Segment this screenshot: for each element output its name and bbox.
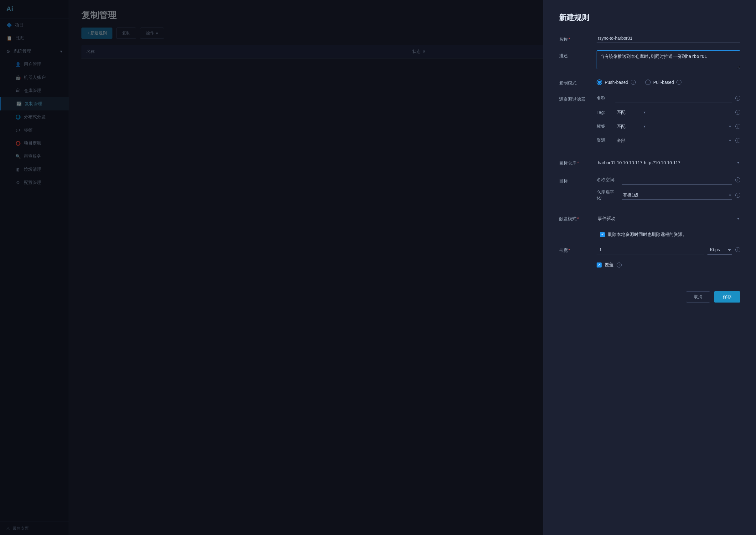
save-button[interactable]: 保存 (714, 291, 741, 302)
filter-source-info-icon[interactable]: i (735, 138, 741, 143)
delete-checkbox[interactable] (600, 232, 605, 237)
filter-name-row: 名称: i (597, 94, 741, 103)
cancel-button[interactable]: 取消 (686, 291, 710, 302)
bandwidth-row: Kbps Mbps i (597, 245, 741, 255)
filter-labels-match-select[interactable]: 匹配 (616, 122, 647, 131)
bandwidth-input[interactable] (597, 245, 704, 254)
dest-flatten-wrapper: 替换1级 (622, 190, 732, 200)
mode-control: Push-based i Pull-based i (597, 78, 741, 85)
dest-registry-caret-icon: ▾ (737, 160, 739, 165)
form-row-filter: 源资源过滤器 名称: i Tag: 匹配 (559, 94, 741, 150)
filter-labels-match-wrapper: 匹配 (616, 122, 647, 131)
dest-registry-label: 目标仓库* (559, 158, 597, 166)
dest-namespace-label: 名称空间: (597, 177, 619, 183)
form-row-trigger: 触发模式* 事件驱动 ▾ (559, 213, 741, 224)
dest-registry-control: harbor01-10.10.10.117-http://10.10.10.11… (597, 158, 741, 168)
dest-namespace-input[interactable] (622, 176, 732, 184)
form-row-dest: 目标 名称空间: i 仓库扁平化: 替换1级 i (559, 176, 741, 206)
trigger-value: 事件驱动 (598, 216, 616, 221)
form-row-dest-registry: 目标仓库* harbor01-10.10.10.117-http://10.10… (559, 158, 741, 168)
override-control: 覆盖 i (597, 262, 741, 268)
trigger-dropdown[interactable]: 事件驱动 ▾ (597, 213, 741, 224)
trigger-control: 事件驱动 ▾ (597, 213, 741, 224)
radio-push[interactable]: Push-based i (597, 79, 636, 85)
dest-label: 目标 (559, 176, 597, 184)
radio-push-circle (597, 79, 602, 85)
name-input[interactable] (597, 34, 741, 43)
dest-namespace-row: 名称空间: i (597, 176, 741, 184)
filter-label: 源资源过滤器 (559, 94, 597, 103)
filter-name-label: 名称: (597, 96, 612, 101)
desc-label: 描述 (559, 50, 597, 59)
filter-labels-row: 标签: 匹配 i (597, 122, 741, 131)
override-checkbox[interactable] (597, 263, 602, 268)
form-row-bandwidth: 带宽* Kbps Mbps i (559, 245, 741, 255)
filter-name-info-icon[interactable]: i (735, 96, 741, 101)
trigger-label: 触发模式* (559, 213, 597, 222)
form-row-override: 覆盖 i (559, 262, 741, 268)
dest-namespace-info-icon[interactable]: i (735, 177, 741, 183)
filter-tag-row: Tag: 匹配 i (597, 108, 741, 117)
modal-title: 新建规则 (559, 13, 741, 22)
radio-pull-label: Pull-based (653, 80, 674, 85)
filter-labels-value-select[interactable] (650, 122, 732, 131)
filter-source-row: 资源: 全部 i (597, 136, 741, 145)
filter-tag-label: Tag: (597, 110, 612, 115)
dest-registry-dropdown[interactable]: harbor01-10.10.10.117-http://10.10.10.11… (597, 158, 741, 168)
filter-source-wrapper: 全部 (616, 136, 732, 145)
override-row: 覆盖 i (597, 262, 741, 268)
filter-labels-info-icon[interactable]: i (735, 124, 741, 129)
filter-tag-value-input[interactable] (650, 108, 732, 117)
override-label: 覆盖 (605, 262, 614, 268)
push-info-icon[interactable]: i (631, 80, 636, 85)
dest-section: 名称空间: i 仓库扁平化: 替换1级 i (597, 176, 741, 206)
desc-control: 当有镜像推送到本仓库时,则同时推送一份到harbor01 (597, 50, 741, 70)
delete-checkbox-label: 删除本地资源时同时也删除远程的资源。 (608, 232, 687, 238)
filter-name-input[interactable] (616, 94, 732, 103)
filter-source-label: 资源: (597, 138, 612, 143)
bandwidth-info-icon[interactable]: i (735, 247, 741, 252)
form-row-name: 名称* (559, 34, 741, 43)
dest-flatten-info-icon[interactable]: i (735, 193, 741, 198)
radio-push-label: Push-based (605, 80, 628, 85)
filter-source-select[interactable]: 全部 (616, 136, 732, 145)
filter-section: 名称: i Tag: 匹配 i 标签: (597, 94, 741, 150)
modal-footer: 取消 保存 (559, 285, 741, 302)
modal-panel: 新建规则 名称* 描述 当有镜像推送到本仓库时,则同时推送一份到harbor01… (543, 0, 756, 535)
filter-tag-match-wrapper: 匹配 (616, 108, 647, 117)
mode-label: 复制模式 (559, 78, 597, 86)
modal-overlay: 新建规则 名称* 描述 当有镜像推送到本仓库时,则同时推送一份到harbor01… (0, 0, 756, 535)
bandwidth-unit-wrapper: Kbps Mbps (708, 245, 732, 255)
filter-tag-info-icon[interactable]: i (735, 110, 741, 115)
override-info-icon[interactable]: i (617, 263, 622, 268)
radio-group-mode: Push-based i Pull-based i (597, 78, 741, 85)
dest-registry-value: harbor01-10.10.10.117-http://10.10.10.11… (598, 160, 680, 165)
dest-flatten-label: 仓库扁平化: (597, 190, 619, 201)
filter-labels-value-wrapper (650, 122, 732, 131)
bandwidth-label: 带宽* (559, 245, 597, 254)
name-control (597, 34, 741, 43)
name-label: 名称* (559, 34, 597, 42)
radio-pull-circle (645, 79, 651, 85)
delete-checkbox-row: 删除本地资源时同时也删除远程的资源。 (559, 232, 741, 238)
bandwidth-control: Kbps Mbps i (597, 245, 741, 255)
form-row-mode: 复制模式 Push-based i Pull-based i (559, 78, 741, 86)
form-row-desc: 描述 当有镜像推送到本仓库时,则同时推送一份到harbor01 (559, 50, 741, 70)
filter-tag-match-select[interactable]: 匹配 (616, 108, 647, 117)
dest-flatten-row: 仓库扁平化: 替换1级 i (597, 190, 741, 201)
radio-pull[interactable]: Pull-based i (645, 79, 681, 85)
trigger-caret-icon: ▾ (737, 216, 739, 221)
override-spacer (559, 262, 597, 265)
dest-flatten-select[interactable]: 替换1级 (622, 190, 732, 200)
pull-info-icon[interactable]: i (677, 80, 681, 85)
filter-labels-label: 标签: (597, 124, 612, 129)
desc-input[interactable]: 当有镜像推送到本仓库时,则同时推送一份到harbor01 (597, 50, 741, 69)
bandwidth-unit-select[interactable]: Kbps Mbps (708, 245, 732, 255)
